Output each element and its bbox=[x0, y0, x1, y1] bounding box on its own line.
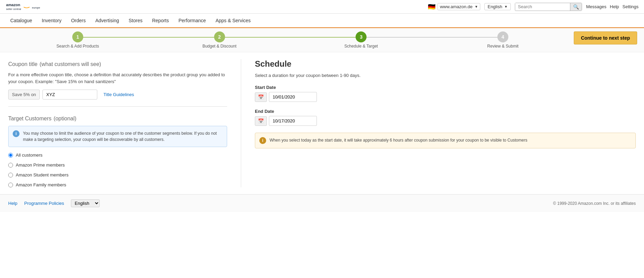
coupon-title-main: Coupon title bbox=[8, 61, 37, 67]
copyright: © 1999-2020 Amazon.com Inc. or its affil… bbox=[553, 201, 636, 206]
step-1-label: Search & Add Products bbox=[57, 44, 99, 49]
target-info-text: You may choose to limit the audience of … bbox=[23, 130, 223, 143]
svg-text:europe: europe bbox=[32, 6, 40, 9]
svg-text:seller central: seller central bbox=[6, 7, 21, 10]
step-3-label: Schedule & Target bbox=[344, 44, 378, 49]
top-right: 🇩🇪 www.amazon.de ▼ English ▼ 🔍 Messages … bbox=[428, 3, 639, 11]
domain-chevron-icon: ▼ bbox=[475, 5, 478, 9]
step-4: 4 Review & Submit bbox=[432, 31, 574, 49]
step-3-circle: 3 bbox=[356, 31, 367, 42]
flag-domain[interactable]: 🇩🇪 www.amazon.de ▼ bbox=[428, 3, 480, 11]
flag-icon: 🇩🇪 bbox=[428, 3, 435, 11]
title-suffix-input[interactable] bbox=[42, 90, 97, 100]
footer-language-select[interactable]: English Deutsch Français Italiano Españo… bbox=[71, 199, 100, 207]
step-3: 3 Schedule & Target bbox=[290, 31, 432, 49]
target-info-box: i You may choose to limit the audience o… bbox=[8, 126, 227, 147]
domain-value: www.amazon.de bbox=[440, 4, 472, 9]
logo-area: amazon seller central europe bbox=[5, 1, 47, 12]
footer: Help Programme Policies English Deutsch … bbox=[0, 194, 644, 212]
nav-apps-services[interactable]: Apps & Services bbox=[211, 14, 256, 27]
step-2-label: Budget & Discount bbox=[202, 44, 236, 49]
radio-student-label: Amazon Student members bbox=[16, 172, 69, 177]
end-date-input[interactable] bbox=[269, 116, 317, 126]
target-heading-sub: (optional) bbox=[53, 116, 76, 121]
nav-orders[interactable]: Orders bbox=[66, 14, 90, 27]
step-4-label: Review & Submit bbox=[487, 44, 518, 49]
left-panel: Coupon title (what customers will see) F… bbox=[8, 59, 241, 187]
start-date-input-row: 📅 bbox=[255, 92, 636, 102]
target-heading: Target Customers (optional) bbox=[8, 114, 227, 122]
title-input-row: Save 5% on Title Guidelines bbox=[8, 90, 227, 100]
nav-advertising[interactable]: Advertising bbox=[90, 14, 124, 27]
coupon-title-heading: Coupon title (what customers will see) bbox=[8, 59, 227, 68]
language-value: English bbox=[487, 4, 502, 9]
right-panel: Schedule Select a duration for your coup… bbox=[241, 59, 636, 187]
top-links: Messages Help Settings bbox=[586, 4, 639, 9]
start-date-input[interactable] bbox=[269, 92, 317, 102]
radio-all-customers[interactable]: All customers bbox=[8, 153, 227, 158]
radio-prime-label: Amazon Prime members bbox=[16, 162, 65, 168]
main-nav: Catalogue Inventory Orders Advertising S… bbox=[0, 14, 644, 28]
target-radio-group: All customers Amazon Prime members Amazo… bbox=[8, 153, 227, 187]
end-date-label: End Date bbox=[255, 109, 636, 114]
end-date-group: End Date 📅 bbox=[255, 109, 636, 126]
nav-performance[interactable]: Performance bbox=[174, 14, 211, 27]
schedule-warning-box: i When you select today as the start dat… bbox=[255, 133, 636, 148]
divider bbox=[8, 106, 227, 107]
coupon-title-section: Coupon title (what customers will see) F… bbox=[8, 59, 227, 100]
search-input[interactable] bbox=[515, 3, 570, 10]
top-bar: amazon seller central europe 🇩🇪 www.amaz… bbox=[0, 0, 644, 14]
messages-link[interactable]: Messages bbox=[586, 4, 606, 9]
nav-inventory[interactable]: Inventory bbox=[37, 14, 66, 27]
target-customers-section: Target Customers (optional) i You may ch… bbox=[8, 114, 227, 187]
radio-family[interactable]: Amazon Family members bbox=[8, 182, 227, 187]
start-date-group: Start Date 📅 bbox=[255, 85, 636, 102]
schedule-desc: Select a duration for your coupon betwee… bbox=[255, 73, 636, 78]
radio-all-label: All customers bbox=[16, 153, 42, 158]
radio-student[interactable]: Amazon Student members bbox=[8, 172, 227, 177]
warning-info-icon: i bbox=[259, 137, 266, 144]
start-date-label: Start Date bbox=[255, 85, 636, 90]
step-4-circle: 4 bbox=[497, 31, 508, 42]
step-1: 1 Search & Add Products bbox=[7, 31, 149, 49]
title-guidelines-link[interactable]: Title Guidelines bbox=[103, 92, 134, 97]
info-icon: i bbox=[13, 130, 20, 137]
schedule-warning-text: When you select today as the start date,… bbox=[270, 137, 527, 143]
radio-prime[interactable]: Amazon Prime members bbox=[8, 162, 227, 168]
footer-help-link[interactable]: Help bbox=[8, 201, 17, 206]
title-prefix: Save 5% on bbox=[8, 90, 40, 100]
nav-stores[interactable]: Stores bbox=[124, 14, 147, 27]
radio-student-input[interactable] bbox=[8, 173, 13, 177]
lang-chevron-icon: ▼ bbox=[504, 5, 508, 9]
main-content: Coupon title (what customers will see) F… bbox=[0, 52, 644, 194]
search-bar[interactable]: 🔍 bbox=[515, 3, 582, 11]
help-link[interactable]: Help bbox=[610, 4, 619, 9]
language-selector[interactable]: English ▼ bbox=[484, 3, 511, 10]
target-heading-main: Target Customers bbox=[8, 116, 51, 121]
step-2: 2 Budget & Discount bbox=[149, 31, 290, 49]
end-date-input-row: 📅 bbox=[255, 116, 636, 126]
svg-text:amazon: amazon bbox=[6, 3, 21, 7]
footer-programme-policies-link[interactable]: Programme Policies bbox=[24, 201, 64, 206]
radio-all-input[interactable] bbox=[8, 153, 13, 158]
step-2-circle: 2 bbox=[214, 31, 225, 42]
continue-button[interactable]: Continue to next step bbox=[574, 31, 637, 44]
schedule-heading: Schedule bbox=[255, 59, 636, 69]
nav-reports[interactable]: Reports bbox=[147, 14, 174, 27]
search-button[interactable]: 🔍 bbox=[570, 3, 582, 11]
radio-family-label: Amazon Family members bbox=[16, 182, 66, 187]
coupon-title-sub: (what customers will see) bbox=[40, 61, 101, 67]
start-date-calendar-button[interactable]: 📅 bbox=[255, 92, 267, 102]
coupon-title-desc: For a more effective coupon title, choos… bbox=[8, 71, 227, 85]
radio-family-input[interactable] bbox=[8, 183, 13, 187]
amazon-seller-central-logo: amazon seller central europe bbox=[5, 1, 47, 12]
end-date-calendar-button[interactable]: 📅 bbox=[255, 116, 267, 126]
nav-catalogue[interactable]: Catalogue bbox=[5, 14, 37, 27]
progress-bar: 1 Search & Add Products 2 Budget & Disco… bbox=[0, 28, 644, 52]
step-1-circle: 1 bbox=[72, 31, 83, 42]
settings-link[interactable]: Settings bbox=[622, 4, 639, 9]
domain-selector[interactable]: www.amazon.de ▼ bbox=[437, 3, 480, 10]
radio-prime-input[interactable] bbox=[8, 163, 13, 168]
